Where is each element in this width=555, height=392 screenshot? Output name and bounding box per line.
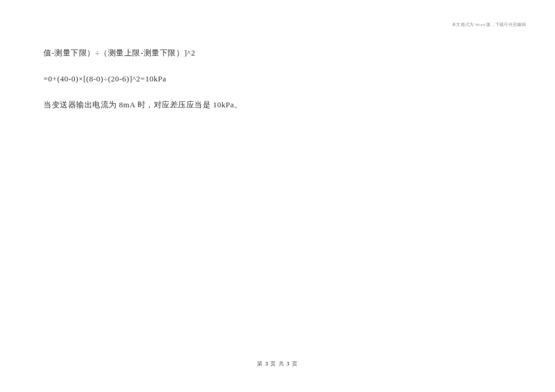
footer-mid: 页 共	[268, 361, 287, 367]
conclusion-line: 当变送器输出电流为 8mA 时，对应差压应当是 10kPa。	[43, 99, 501, 112]
header-note: 本文格式为 Word 版，下载可任意编辑	[452, 22, 526, 28]
page-footer: 第 3 页 共 3 页	[0, 360, 555, 368]
footer-prefix: 第	[257, 361, 265, 367]
document-content: 值-测量下限）÷（测量上限-测量下限）]^2 =0+(40-0)×[(8-0)÷…	[43, 47, 501, 124]
formula-line-1: 值-测量下限）÷（测量上限-测量下限）]^2	[43, 47, 501, 60]
formula-line-2: =0+(40-0)×[(8-0)÷(20-6)]^2=10kPa	[43, 73, 501, 86]
footer-suffix: 页	[290, 361, 297, 367]
